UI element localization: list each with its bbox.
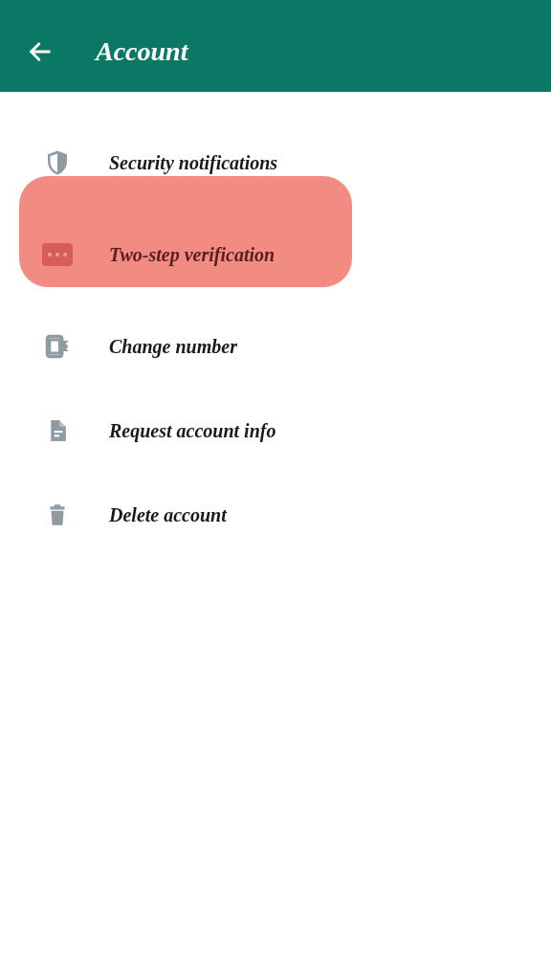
menu-item-request-account-info[interactable]: Request account info: [0, 389, 551, 473]
document-icon: [42, 415, 73, 446]
phone-swap-icon: [42, 331, 73, 362]
menu-item-change-number[interactable]: Change number: [0, 304, 551, 389]
menu-label: Change number: [109, 336, 237, 358]
shield-icon: [42, 147, 73, 178]
svg-rect-3: [55, 434, 59, 436]
menu-label: Delete account: [109, 504, 227, 526]
svg-rect-5: [55, 504, 61, 507]
menu-item-security-notifications[interactable]: Security notifications: [0, 121, 551, 205]
password-dots-icon: [42, 239, 73, 270]
menu-label: Two-step verification: [109, 244, 275, 266]
svg-rect-2: [55, 431, 63, 433]
menu-item-two-step-verification[interactable]: Two-step verification: [0, 205, 551, 304]
menu-list: Security notifications Two-step verifica…: [0, 92, 551, 557]
menu-label: Security notifications: [109, 152, 277, 174]
page-title: Account: [96, 36, 187, 67]
back-button[interactable]: [21, 33, 59, 71]
app-header: Account: [0, 0, 551, 92]
menu-item-delete-account[interactable]: Delete account: [0, 473, 551, 557]
back-arrow-icon: [27, 38, 54, 65]
menu-label: Request account info: [109, 420, 276, 442]
trash-icon: [42, 500, 73, 530]
